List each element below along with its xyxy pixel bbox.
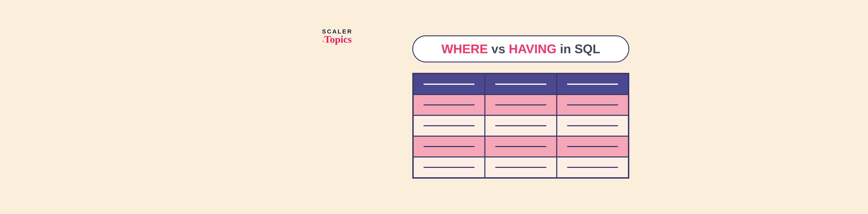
logo-line-scaler: SCALER [322,29,352,34]
abstract-table-graphic [412,73,629,179]
placeholder-line-icon [567,104,618,105]
placeholder-line-icon [495,146,546,147]
placeholder-line-icon [495,167,546,168]
title-vs: vs [492,42,505,56]
placeholder-line-icon [567,125,618,126]
table-cell [557,95,628,115]
placeholder-line-icon [424,146,474,147]
title-keyword-where: WHERE [441,42,488,56]
table-cell [485,115,557,136]
table-row [413,95,628,115]
table-row [413,115,628,136]
placeholder-line-icon [424,83,474,85]
placeholder-line-icon [495,83,546,85]
table-cell [413,95,485,115]
title-keyword-having: HAVING [509,42,557,56]
table-cell [557,74,628,95]
table-cell [413,74,485,95]
table-cell [485,95,557,115]
table-cell [413,157,485,178]
placeholder-line-icon [567,167,618,168]
table-cell [557,136,628,157]
page-title: WHERE vs HAVING in SQL [412,35,629,63]
placeholder-line-icon [495,125,546,126]
table-cell [557,157,628,178]
logo-line-topics: Topics [322,34,352,44]
placeholder-line-icon [424,104,474,105]
table-cell [413,115,485,136]
table-row [413,157,628,178]
table-cell [485,157,557,178]
table-cell [413,136,485,157]
placeholder-line-icon [424,125,474,126]
table-row [413,74,628,95]
placeholder-line-icon [567,83,618,85]
table-cell [485,136,557,157]
table-cell [485,74,557,95]
logo-dot-icon [323,41,324,42]
table-cell [557,115,628,136]
placeholder-line-icon [567,146,618,147]
placeholder-line-icon [495,104,546,105]
title-tail: in SQL [560,42,600,56]
placeholder-line-icon [424,167,474,168]
scaler-topics-logo: SCALER Topics [322,29,352,44]
table-row [413,136,628,157]
